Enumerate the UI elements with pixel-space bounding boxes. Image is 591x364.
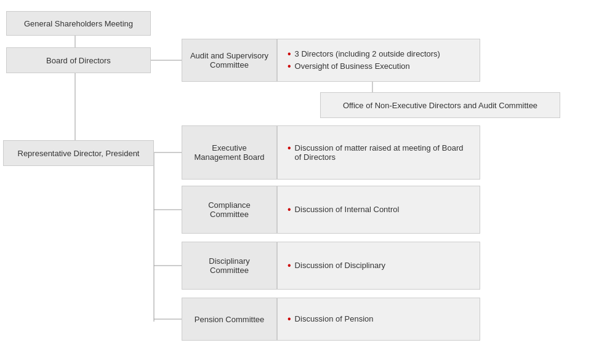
disciplinary-committee-row: DisciplinaryCommittee • Discussion of Di… xyxy=(182,242,480,290)
general-shareholders-label: General Shareholders Meeting xyxy=(24,19,133,28)
office-label: Office of Non-Executive Directors and Au… xyxy=(343,101,537,110)
org-chart: General Shareholders Meeting Board of Di… xyxy=(0,0,591,364)
executive-board-row: ExecutiveManagement Board • Discussion o… xyxy=(182,125,480,180)
executive-board-name: ExecutiveManagement Board xyxy=(182,125,277,180)
pension-committee-row: Pension Committee • Discussion of Pensio… xyxy=(182,298,480,341)
board-of-directors-box: Board of Directors xyxy=(6,47,151,73)
audit-committee-name: Audit and SupervisoryCommittee xyxy=(182,39,277,82)
compliance-committee-row: ComplianceCommittee • Discussion of Inte… xyxy=(182,186,480,234)
compliance-committee-detail: • Discussion of Internal Control xyxy=(277,186,480,234)
office-box: Office of Non-Executive Directors and Au… xyxy=(320,92,560,118)
general-shareholders-box: General Shareholders Meeting xyxy=(6,11,151,36)
audit-committee-detail: • 3 Directors (including 2 outside direc… xyxy=(277,39,480,82)
representative-director-box: Representative Director, President xyxy=(3,140,154,166)
pension-committee-name: Pension Committee xyxy=(182,298,277,341)
compliance-committee-name: ComplianceCommittee xyxy=(182,186,277,234)
disciplinary-committee-name: DisciplinaryCommittee xyxy=(182,242,277,290)
disciplinary-committee-detail: • Discussion of Disciplinary xyxy=(277,242,480,290)
board-of-directors-label: Board of Directors xyxy=(46,56,111,65)
representative-director-label: Representative Director, President xyxy=(18,149,140,158)
audit-committee-row: Audit and SupervisoryCommittee • 3 Direc… xyxy=(182,39,480,82)
executive-board-detail: • Discussion of matter raised at meeting… xyxy=(277,125,480,180)
pension-committee-detail: • Discussion of Pension xyxy=(277,298,480,341)
